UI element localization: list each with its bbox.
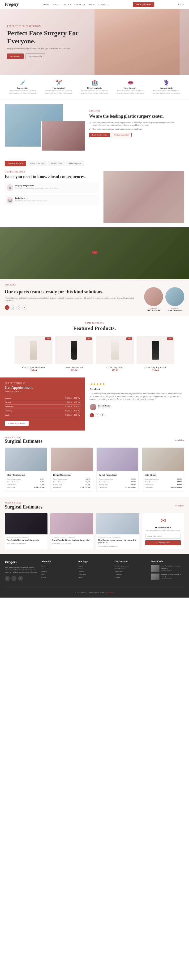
pricing-service-2: Breast Reduction (7, 481, 19, 483)
blog-post-1[interactable]: November 13, 2020 | 0 comments Face Lift… (5, 513, 48, 549)
body-surgery-icon: 🏥 (6, 197, 13, 204)
blog-post-3-body: November 13, 2020 | 0 comments Tips How … (96, 535, 139, 549)
subscribe-button[interactable]: Subscribe Now (145, 540, 181, 545)
product-3[interactable]: -10% Cotton Ivory Luxur $30.00 (96, 336, 134, 372)
product-2-badge: -15% (86, 337, 92, 340)
nav-pages[interactable]: Pages (64, 3, 71, 6)
team-nav-1[interactable]: 1 (5, 305, 10, 310)
footer-service-facelift[interactable]: Facelift (115, 576, 148, 578)
review-nav-2[interactable]: 2 (95, 413, 99, 417)
pricing-skin-row-3: Tummy Tuck $5,500 (144, 483, 182, 486)
footer-link-contact[interactable]: Contact (41, 576, 74, 578)
review-nav-1[interactable]: 1 (90, 413, 94, 417)
footer-instagram-icon[interactable]: in (18, 576, 23, 581)
appointment-section: Get Appointment Get Appointment Reach us… (0, 377, 189, 431)
features-bar: 💉 Liposuction Breast Augmentation Breast… (0, 75, 189, 99)
facebook-icon[interactable]: f (178, 3, 179, 6)
feature-desc: Breast Augmentation Breast Lift Breast R… (78, 90, 111, 94)
about-check-1: ✓ Nous unlike more traditional plastic s… (89, 121, 178, 127)
footer-logo: Progery (5, 560, 38, 564)
pricing-facial-row-2: Breast Reduction $3,500 (99, 480, 136, 483)
feature-desc: Breast Augmentation Breast Lift Breast R… (43, 90, 75, 94)
footer-link-implants[interactable]: Implants (78, 568, 111, 570)
blog-post-2[interactable]: November 13, 2020 | 0 comments Most Popu… (50, 513, 93, 549)
other-features-button[interactable]: Other Features (26, 54, 45, 59)
design-credit: healthcope (107, 592, 114, 593)
team-nav-2[interactable]: 2 (11, 305, 15, 310)
footer-service-lipo[interactable]: Liposuction (115, 574, 148, 576)
footer-news-1[interactable]: Most Popular Breast Implant Surgery is. … (151, 565, 184, 572)
schedule-sunday: Sunday 9:00 AM - 3:30 PM (5, 413, 80, 417)
review-stars: ★★★★★ (90, 382, 184, 386)
footer-link-about[interactable]: About Us (41, 568, 74, 570)
see-all-blog-link[interactable]: see all plans (175, 505, 184, 507)
nav-about[interactable]: About (53, 3, 61, 6)
all-services-button[interactable]: All Services (7, 54, 24, 59)
surgery-preparation-button[interactable]: Surgery preparation (112, 133, 131, 137)
pricing-body-contouring-image (5, 448, 47, 471)
product-4[interactable]: -25% Cotton Ivory Top Shouldr $35.00 (136, 336, 175, 372)
review-title: Excellent (90, 388, 184, 390)
footer-link-facelift[interactable]: Facelift (78, 576, 111, 578)
about-section: About Us We are the leading plastic surg… (0, 99, 189, 156)
instagram-icon[interactable]: in (183, 3, 184, 6)
footer-news-2[interactable]: Tips How to repair your car by yourself.… (151, 574, 184, 580)
breast-implant-safety-button[interactable]: Breast Implant safety (89, 133, 110, 137)
footer-service-tummy[interactable]: Tummy Tuck (115, 571, 148, 573)
nav-logo[interactable]: Progery (5, 2, 19, 7)
footer-news-1-title: Most Popular Breast Implant Surgery is. (161, 565, 184, 570)
nav-blog[interactable]: Blog (88, 3, 95, 6)
surgery-prep-icon: 🔬 (6, 184, 13, 191)
tab-content: Chemical Research Facts you need to know… (5, 171, 184, 223)
review-nav-3[interactable]: 3 (100, 413, 104, 417)
products-grid: -20% Cotton Lights Face Cream $95.00 -15… (5, 336, 184, 372)
blog-post-3-meta: November 13, 2020 | 0 comments (98, 536, 137, 538)
schedule-time-sunday: 9:00 AM - 3:30 PM (66, 414, 80, 416)
feature-prender-unity: ⚕️ Prender Unity Breast Augmentation Bre… (148, 80, 184, 94)
hero-face-image (94, 9, 179, 75)
team-title: Our experts team is ready for this kind … (5, 289, 139, 295)
footer-link-liposuction[interactable]: Liposuction (78, 574, 111, 576)
footer-twitter-icon[interactable]: t (11, 576, 16, 581)
team-nav-4[interactable]: 4 (22, 305, 27, 310)
footer-link-chemical[interactable]: Chemical (78, 571, 111, 573)
footer-news: News Feeds Most Popular Breast Implant S… (151, 560, 184, 582)
blog-post-3-title: Tips How to repair your car by yourself … (98, 539, 137, 544)
pricing-breast-body: Breast Operation Breast Augmentation $3,… (51, 471, 93, 491)
product-1-name: Cotton Lights Face Cream (14, 366, 53, 369)
nav-contact[interactable]: Contact (98, 3, 109, 6)
nav-home[interactable]: Home (43, 3, 50, 6)
make-appointment-button[interactable]: + Make Appointment (5, 421, 29, 426)
team-nav-3[interactable]: 3 (16, 305, 21, 310)
tab-other-implants[interactable]: Other Implants (66, 161, 84, 166)
tab-chemical-research[interactable]: Chemical Research (5, 161, 26, 166)
subscribe-email-input[interactable] (145, 534, 181, 539)
product-1[interactable]: -20% Cotton Lights Face Cream $95.00 (14, 336, 53, 372)
check-icon-1: ✓ (89, 122, 91, 124)
footer-service-reduction[interactable]: Breast Reduction (115, 568, 148, 570)
see-all-plans-link[interactable]: see all plans (175, 439, 184, 441)
nav-services[interactable]: Services (74, 3, 85, 6)
footer-facebook-icon[interactable]: f (5, 576, 10, 581)
products-section-title: Featured Products. (5, 325, 184, 331)
feature-desc: Breast Augmentation Breast Lift Breast R… (114, 90, 146, 94)
footer-brand: Progery Nous unlike more traditional pla… (5, 560, 38, 582)
pricing-skin-row-4: Liposuction $2,500 - $5,000 (144, 486, 182, 489)
tab-advanced-surgery[interactable]: Advanced Surgery (26, 161, 47, 166)
footer-link-surgery[interactable]: Surgery (78, 565, 111, 567)
product-4-image: -25% (136, 336, 175, 364)
feature-lips-surgery: 👄 Lips Surgery Breast Augmentation Breas… (112, 80, 148, 94)
blog-post-2-body: November 13, 2020 | 0 comments Most Popu… (50, 535, 93, 547)
appointment-schedule: Monday 9:00 AM - 3:30 PM Tuesday 9:00 AM… (5, 396, 80, 417)
tab-mass-removal[interactable]: Mass Removal (48, 161, 66, 166)
footer-link-home[interactable]: Home (41, 565, 74, 567)
footer-service-augmentation[interactable]: Breast Augmentation (115, 565, 148, 567)
footer-link-blog[interactable]: Blog (41, 574, 74, 576)
footer-about-title: About Us (41, 560, 74, 563)
get-appointment-button[interactable]: Get Appointment (133, 2, 154, 7)
pricing-breast-image (51, 448, 93, 471)
footer-link-services[interactable]: Services (41, 571, 74, 573)
twitter-icon[interactable]: t (180, 3, 181, 6)
product-2[interactable]: -15% Loose Oversized Hair $25.00 (55, 336, 93, 372)
blog-post-3[interactable]: November 13, 2020 | 0 comments Tips How … (96, 513, 139, 549)
